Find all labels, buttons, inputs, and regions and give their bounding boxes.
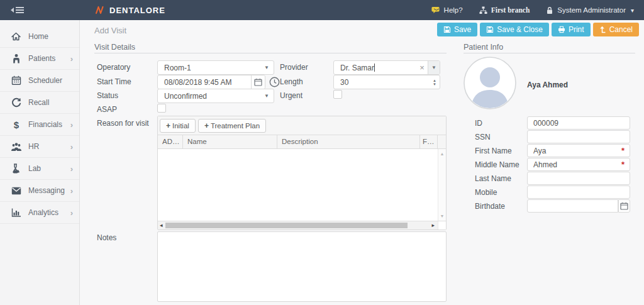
status-label: Status <box>97 91 118 100</box>
plus-icon: + <box>204 121 209 130</box>
sidebar-item-analytics[interactable]: Analytics › <box>0 202 79 224</box>
sidebar-collapse-button[interactable] <box>11 6 24 14</box>
add-initial-button[interactable]: + Initial <box>160 119 196 133</box>
branch-selector[interactable]: First branch <box>479 6 530 14</box>
horizontal-scrollbar[interactable]: ◂ ▸ <box>158 221 446 230</box>
column-header-name[interactable]: Name <box>183 135 277 148</box>
required-asterisk-icon: * <box>621 146 625 155</box>
logo-zigzag-icon <box>95 5 105 15</box>
sidebar-item-label: Analytics <box>28 208 70 217</box>
chevron-right-icon: › <box>70 120 73 130</box>
floppy-icon <box>443 26 451 33</box>
column-header-description[interactable]: Description <box>277 135 420 148</box>
plus-icon: + <box>166 121 170 130</box>
scroll-right-icon[interactable]: ▸ <box>431 222 435 228</box>
lab-icon <box>10 164 22 174</box>
sidebar-item-patients[interactable]: Patients › <box>0 48 79 70</box>
help-button[interactable]: Help? <box>431 6 463 14</box>
date-picker-button[interactable] <box>251 75 265 89</box>
asap-checkbox[interactable] <box>157 104 166 113</box>
sidebar-item-recall[interactable]: Recall <box>0 92 79 114</box>
sidebar-item-hr[interactable]: HR › <box>0 136 79 158</box>
procedures-grid: + Initial + Treatment Plan ADA … Name De… <box>157 116 447 230</box>
scroll-left-icon[interactable]: ◂ <box>160 222 163 228</box>
clock-icon <box>269 77 280 87</box>
brand-name: DENTALORE <box>109 6 165 15</box>
sidebar-item-label: Messaging <box>28 186 70 195</box>
grid-header-corner <box>438 135 446 148</box>
mobile-field[interactable] <box>527 186 630 199</box>
urgent-checkbox[interactable] <box>333 90 342 99</box>
user-menu[interactable]: System Administrator ▾ <box>546 6 634 14</box>
sidebar-item-label: Recall <box>28 98 73 107</box>
sidebar-item-label: Financials <box>28 120 70 129</box>
chevron-right-icon: › <box>70 142 73 152</box>
action-button-row: Save Save & Close Print Cancel <box>437 23 639 36</box>
ssn-label: SSN <box>475 133 491 141</box>
chevron-right-icon: › <box>70 208 73 218</box>
save-button[interactable]: Save <box>437 23 477 36</box>
birthdate-label: Birthdate <box>475 202 505 211</box>
scroll-down-icon[interactable]: ▼ <box>438 214 446 218</box>
sidebar-item-home[interactable]: Home <box>0 26 79 48</box>
scrollbar-thumb[interactable] <box>165 223 408 228</box>
first-name-label: First Name <box>475 147 512 155</box>
add-treatment-plan-button[interactable]: + Treatment Plan <box>198 119 266 133</box>
time-picker-button[interactable] <box>269 76 280 88</box>
sidebar-item-scheduler[interactable]: Scheduler <box>0 70 79 92</box>
last-name-field[interactable] <box>527 172 630 185</box>
svg-text:$: $ <box>13 119 19 130</box>
length-spinner[interactable]: 30 ▲ ▼ <box>333 75 440 89</box>
reason-for-visit-label: Reason for visit <box>97 119 149 128</box>
sidebar-item-messaging[interactable]: Messaging › <box>0 180 79 202</box>
branch-sitemap-icon <box>479 6 487 14</box>
notes-textarea[interactable] <box>157 231 447 302</box>
operatory-dropdown[interactable]: Room-1 ▼ <box>157 60 274 75</box>
first-name-field[interactable] <box>527 144 630 157</box>
birthdate-field[interactable] <box>527 199 618 213</box>
status-dropdown[interactable]: Unconfirmed ▼ <box>157 89 274 103</box>
patient-name: Aya Ahmed <box>527 80 568 89</box>
scrollbar-corner <box>438 221 446 230</box>
sidebar-item-financials[interactable]: $ Financials › <box>0 114 79 136</box>
financials-icon: $ <box>10 119 22 130</box>
top-bar: DENTALORE Help? First branch <box>0 0 644 20</box>
vertical-scrollbar[interactable]: ▲ ▼ <box>438 149 446 221</box>
sidebar-nav: Home Patients › Scheduler Recall $ Fina <box>0 20 80 305</box>
start-time-label: Start Time <box>97 77 131 86</box>
cancel-button[interactable]: Cancel <box>593 23 639 36</box>
middle-name-field[interactable] <box>527 158 630 171</box>
visit-details-section-title: Visit Details <box>94 43 135 52</box>
provider-dropdown-button[interactable]: ▼ <box>428 61 440 74</box>
spinner-arrows[interactable]: ▲ ▼ <box>430 75 440 89</box>
clear-icon[interactable]: × <box>416 63 428 72</box>
hamburger-icon <box>16 6 24 14</box>
caret-down-icon: ▼ <box>431 65 436 70</box>
help-chat-icon <box>431 6 440 14</box>
chevron-right-icon: › <box>70 164 73 174</box>
print-button[interactable]: Print <box>552 23 591 36</box>
length-label: Length <box>280 77 303 86</box>
provider-combobox[interactable]: Dr. Samar × ▼ <box>333 60 440 75</box>
sidebar-item-label: Lab <box>28 164 70 173</box>
save-close-button[interactable]: Save & Close <box>480 23 549 36</box>
scroll-up-icon[interactable]: ▲ <box>438 152 446 156</box>
sidebar-item-lab[interactable]: Lab › <box>0 158 79 180</box>
operatory-label: Operatory <box>97 63 130 72</box>
column-header-fees[interactable]: Fees <box>420 135 438 148</box>
branch-label: First branch <box>491 6 530 14</box>
chevron-down-icon: ▾ <box>631 7 634 14</box>
page-title: Add Visit <box>94 26 126 35</box>
section-divider <box>464 53 635 53</box>
patients-icon <box>10 53 22 64</box>
home-icon <box>10 31 22 42</box>
start-time-input[interactable]: 08/08/2018 9:45 AM <box>157 75 265 89</box>
hr-icon <box>10 142 22 152</box>
column-header-ada[interactable]: ADA … <box>158 135 183 148</box>
last-name-label: Last Name <box>475 174 511 183</box>
ssn-field[interactable] <box>527 130 630 143</box>
app-logo[interactable]: DENTALORE <box>95 5 165 15</box>
birthdate-calendar-button[interactable] <box>618 199 630 213</box>
sidebar-item-label: Patients <box>28 54 70 63</box>
id-field[interactable] <box>527 116 630 130</box>
